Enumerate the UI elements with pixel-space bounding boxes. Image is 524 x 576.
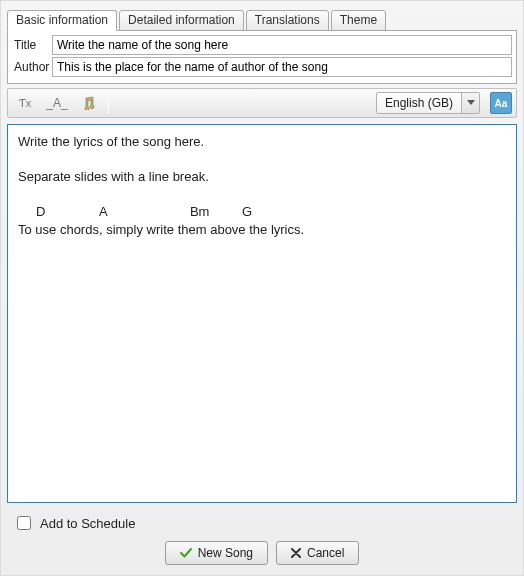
music-note-icon[interactable] [76, 92, 102, 114]
author-label: Author [12, 60, 52, 74]
dialog-button-row: New Song Cancel [7, 541, 517, 569]
check-icon [180, 547, 192, 559]
tab-theme[interactable]: Theme [331, 10, 386, 31]
basic-information-panel: Title Author [7, 30, 517, 84]
title-label: Title [12, 38, 52, 52]
close-icon [291, 548, 301, 558]
cancel-button-label: Cancel [307, 546, 344, 560]
author-input[interactable] [52, 57, 512, 77]
tab-row: Basic information Detailed information T… [7, 7, 517, 31]
tab-translations[interactable]: Translations [246, 10, 329, 31]
chevron-down-icon [461, 93, 479, 113]
cancel-button[interactable]: Cancel [276, 541, 359, 565]
chord-tool-icon[interactable]: Ƭx [12, 92, 38, 114]
lyrics-toolbar: Ƭx _A_ English (GB) Aa [7, 88, 517, 118]
section-tool-icon[interactable]: _A_ [44, 92, 70, 114]
title-input[interactable] [52, 35, 512, 55]
tab-basic-information[interactable]: Basic information [7, 10, 117, 31]
new-song-button-label: New Song [198, 546, 253, 560]
add-to-schedule-checkbox[interactable] [17, 516, 31, 530]
tab-detailed-information[interactable]: Detailed information [119, 10, 244, 31]
new-song-button[interactable]: New Song [165, 541, 268, 565]
author-row: Author [12, 57, 512, 77]
add-to-schedule-label: Add to Schedule [40, 516, 135, 531]
language-select[interactable]: English (GB) [376, 92, 480, 114]
title-row: Title [12, 35, 512, 55]
language-select-label: English (GB) [377, 96, 461, 110]
lyrics-editor[interactable]: Write the lyrics of the song here. Separ… [7, 124, 517, 503]
spellcheck-button[interactable]: Aa [490, 92, 512, 114]
add-to-schedule-row: Add to Schedule [13, 513, 511, 533]
toolbar-separator [108, 92, 109, 114]
song-editor-window: Basic information Detailed information T… [0, 0, 524, 576]
